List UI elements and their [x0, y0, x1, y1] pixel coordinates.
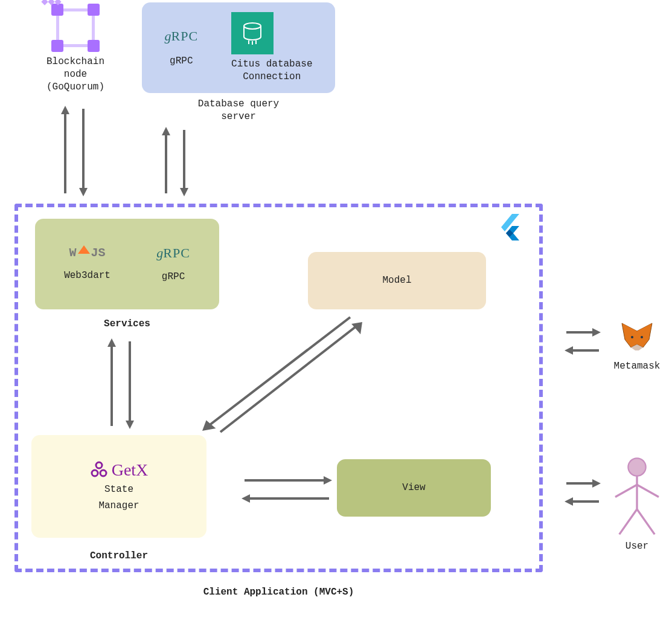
- services-grpc-block: RPC gRPC: [156, 245, 190, 283]
- dbserver-caption-2: server: [142, 111, 335, 123]
- services-node: WJS Web3dart RPC gRPC Services: [35, 219, 219, 331]
- arrow-dbserver-down: [178, 127, 190, 196]
- arrow-services-down: [124, 338, 136, 429]
- user-node: User: [610, 456, 664, 553]
- web3dart-label: Web3dart: [64, 269, 110, 282]
- arrow-dbserver-up: [160, 127, 172, 196]
- svg-marker-11: [180, 188, 188, 196]
- metamask-label: Metamask: [607, 360, 667, 373]
- container-caption-text: Client Application (MVC+S): [14, 586, 543, 599]
- citus-label-1: Citus database: [231, 58, 312, 71]
- citus-icon: [231, 12, 274, 54]
- view-box: View: [337, 459, 491, 517]
- web3dart-block: WJS Web3dart: [64, 246, 110, 282]
- controller-node: GetX State Manager Controller: [31, 435, 206, 563]
- arrow-blockchain-down: [77, 106, 89, 196]
- getx-icon: [90, 461, 108, 479]
- arrow-to-user: [565, 477, 601, 489]
- model-box: Model: [308, 252, 486, 309]
- svg-marker-34: [592, 328, 601, 337]
- svg-point-0: [244, 23, 261, 29]
- dbserver-caption-1: Database query: [142, 98, 335, 111]
- svg-marker-5: [61, 106, 69, 114]
- svg-line-21: [220, 326, 356, 432]
- container-caption: Client Application (MVC+S): [14, 586, 543, 599]
- flutter-icon: [495, 213, 524, 245]
- svg-point-32: [641, 336, 643, 338]
- svg-line-39: [615, 485, 637, 497]
- svg-marker-18: [126, 421, 134, 429]
- svg-point-31: [631, 336, 633, 338]
- svg-point-14: [100, 470, 106, 476]
- arrow-from-user: [565, 495, 601, 508]
- grpc-logo-icon: RPC: [164, 28, 198, 44]
- view-label: View: [402, 482, 425, 494]
- getx-text: GetX: [112, 460, 149, 480]
- svg-point-13: [92, 470, 98, 476]
- svg-marker-26: [242, 494, 250, 503]
- arrow-to-metamask: [565, 326, 601, 338]
- svg-point-37: [628, 458, 645, 476]
- svg-marker-36: [565, 346, 573, 355]
- services-grpc-label: gRPC: [156, 271, 190, 283]
- model-label: Model: [382, 274, 411, 287]
- arrow-from-metamask: [565, 344, 601, 356]
- services-box: WJS Web3dart RPC gRPC: [35, 219, 219, 309]
- svg-line-19: [208, 317, 350, 426]
- controller-sub-1: State: [104, 483, 133, 496]
- arrow-controller-to-view: [242, 474, 332, 486]
- svg-marker-46: [565, 497, 573, 506]
- arrow-view-to-controller: [242, 492, 332, 505]
- view-node: View: [337, 459, 491, 517]
- model-node: Model: [308, 252, 486, 309]
- arrow-blockchain-up: [59, 106, 71, 196]
- metamask-icon: [619, 320, 655, 353]
- blockchain-node: Blockchain node (GoQuorum): [33, 4, 118, 93]
- user-icon: [610, 456, 664, 538]
- citus-label-2: Connection: [231, 71, 312, 83]
- grpc-block: RPC gRPC: [164, 28, 198, 68]
- svg-line-42: [637, 509, 654, 535]
- controller-caption: Controller: [31, 550, 206, 563]
- arrow-services-up: [106, 338, 118, 429]
- svg-point-12: [96, 462, 102, 468]
- arrow-model-to-controller: [193, 305, 362, 438]
- svg-marker-44: [592, 479, 601, 488]
- grpc-label: gRPC: [164, 55, 198, 68]
- blockchain-icon: [51, 4, 100, 52]
- svg-line-40: [637, 485, 659, 497]
- controller-box: GetX State Manager: [31, 435, 206, 538]
- getx-logo: GetX: [90, 460, 149, 480]
- db-server-box: RPC gRPC Citus database Connection: [142, 2, 335, 93]
- svg-marker-7: [79, 188, 88, 196]
- metamask-node: Metamask: [607, 320, 667, 373]
- citus-block: Citus database Connection: [231, 12, 312, 83]
- blockchain-label-1: Blockchain: [33, 56, 118, 68]
- svg-marker-24: [324, 476, 332, 485]
- svg-line-41: [619, 509, 637, 535]
- web3-icon: WJS: [64, 246, 110, 260]
- blockchain-label-3: (GoQuorum): [33, 81, 118, 94]
- services-caption: Services: [35, 318, 219, 331]
- services-grpc-icon: RPC: [156, 245, 190, 261]
- blockchain-label-2: node: [33, 68, 118, 81]
- user-label: User: [610, 540, 664, 553]
- svg-marker-16: [107, 338, 116, 347]
- controller-sub-2: Manager: [98, 500, 139, 512]
- db-server-node: RPC gRPC Citus database Connection Datab…: [142, 2, 335, 123]
- svg-marker-9: [162, 127, 170, 135]
